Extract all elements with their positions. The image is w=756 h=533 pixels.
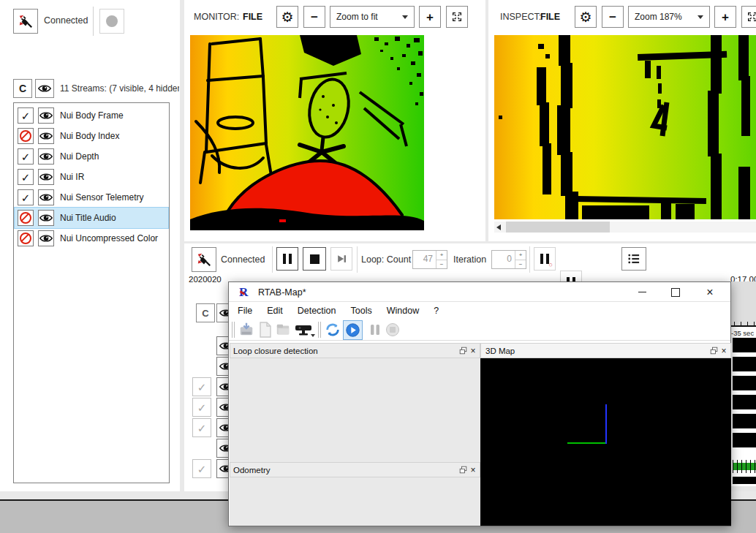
monitor-title: MONITOR:: [194, 12, 239, 22]
play-button[interactable]: [343, 320, 363, 340]
menu-edit[interactable]: Edit: [260, 303, 290, 318]
stream-enabled-checkbox[interactable]: ✓: [192, 459, 211, 478]
stream-enabled-checkbox[interactable]: ✓: [18, 189, 34, 205]
loop-closure-dock-header[interactable]: Loop closure detection ×: [230, 343, 480, 358]
menu-help[interactable]: ?: [426, 303, 446, 318]
timeline-track-bar[interactable]: [733, 338, 756, 352]
monitor-source: FILE: [243, 12, 262, 22]
clear-streams-button[interactable]: C: [13, 79, 32, 98]
stream-row-selected[interactable]: Nui Title Audio: [15, 208, 168, 228]
float-dock-button[interactable]: [458, 465, 468, 475]
save-icon: [238, 322, 254, 338]
float-dock-button[interactable]: [708, 346, 719, 356]
odometry-dock-header[interactable]: Odometry ×: [230, 462, 480, 477]
monitor-settings-button[interactable]: ⚙: [276, 6, 298, 28]
scrollbar-thumb[interactable]: [506, 222, 610, 233]
spin-up-button[interactable]: +: [436, 251, 447, 260]
inspect-fullscreen-button[interactable]: [741, 6, 756, 28]
inspect-depth-image[interactable]: [494, 35, 756, 219]
menu-file[interactable]: File: [230, 303, 260, 318]
odometry-view[interactable]: [230, 477, 480, 526]
float-dock-button[interactable]: [458, 346, 468, 356]
monitor-fullscreen-button[interactable]: [446, 6, 468, 28]
stream-enabled-checkbox[interactable]: ✓: [18, 107, 34, 124]
stop-button[interactable]: [303, 247, 326, 271]
stream-enabled-checkbox[interactable]: ✓: [192, 418, 211, 437]
step-forward-button[interactable]: [330, 247, 352, 271]
map3d-dock-header[interactable]: 3D Map ×: [480, 343, 731, 358]
inspect-zoom-out-button[interactable]: −: [602, 6, 624, 28]
menu-detection[interactable]: Detection: [290, 303, 344, 318]
stream-enabled-checkbox[interactable]: [18, 128, 34, 144]
record-button[interactable]: [99, 9, 124, 34]
rtab-title-bar[interactable]: R RTAB-Map* ×: [229, 282, 730, 302]
record-icon: [106, 15, 118, 27]
stream-enabled-checkbox[interactable]: ✓: [18, 148, 34, 165]
timeline-track-bar[interactable]: [733, 477, 756, 484]
spin-up-button[interactable]: +: [515, 251, 526, 260]
menu-tools[interactable]: Tools: [344, 303, 379, 318]
loop-closure-view[interactable]: [230, 358, 480, 462]
stream-row[interactable]: ✓ Nui IR: [15, 167, 168, 187]
spin-down-button[interactable]: −: [515, 260, 526, 269]
refresh-button[interactable]: [324, 321, 341, 339]
new-file-button[interactable]: [257, 321, 274, 339]
monitor-zoom-out-button[interactable]: −: [303, 6, 325, 28]
close-dock-button[interactable]: ×: [468, 346, 478, 356]
spin-down-button[interactable]: −: [436, 260, 447, 269]
save-button[interactable]: [238, 321, 255, 339]
close-button[interactable]: ×: [697, 282, 723, 302]
stream-enabled-checkbox[interactable]: ✓: [192, 398, 211, 417]
stream-visibility-button[interactable]: [38, 210, 54, 226]
monitor-depth-image[interactable]: [190, 35, 424, 230]
loop-count-spinner[interactable]: 47 +−: [412, 250, 447, 269]
monitor-zoom-select[interactable]: Zoom to fit: [330, 6, 415, 28]
toolbar-grip[interactable]: [318, 322, 321, 338]
rtab-stop-button[interactable]: [384, 321, 401, 339]
timeline-track-bar[interactable]: [733, 357, 756, 371]
connect-button[interactable]: [13, 9, 38, 34]
stream-row[interactable]: ✓ Nui Sensor Telemetry: [15, 187, 168, 208]
timeline-strip[interactable]: -35 sec: [730, 281, 756, 491]
timeline-list-button[interactable]: [621, 247, 646, 271]
maximize-button[interactable]: [663, 282, 688, 302]
close-dock-button[interactable]: ×: [468, 465, 478, 475]
stream-visibility-button[interactable]: [38, 230, 54, 246]
stream-enabled-checkbox[interactable]: [18, 230, 34, 246]
timeline-track-bar[interactable]: [733, 376, 756, 390]
sensor-source-button[interactable]: [293, 321, 314, 339]
stream-visibility-button[interactable]: [38, 128, 54, 144]
toolbar-grip[interactable]: [232, 322, 235, 338]
minimize-button[interactable]: [630, 282, 654, 302]
iteration-spinner[interactable]: 0 +−: [491, 250, 526, 269]
open-button[interactable]: [274, 321, 292, 339]
inspect-zoom-in-button[interactable]: +: [714, 6, 736, 28]
stream-enabled-checkbox[interactable]: [18, 210, 34, 226]
timeline-track-bar[interactable]: [733, 433, 756, 447]
timeline-track-bar[interactable]: [733, 395, 756, 409]
rtab-pause-button[interactable]: [366, 321, 384, 339]
stream-enabled-checkbox[interactable]: ✓: [18, 169, 34, 185]
stream-row[interactable]: Nui Body Index: [15, 126, 168, 146]
inspect-hscrollbar[interactable]: [494, 222, 756, 233]
stream-visibility-button[interactable]: [38, 189, 54, 205]
stream-enabled-checkbox[interactable]: ✓: [192, 377, 211, 396]
stream-row[interactable]: ✓ Nui Body Frame: [15, 105, 168, 126]
stream-visibility-button[interactable]: [38, 169, 54, 185]
scroll-left-arrow-icon[interactable]: [496, 224, 501, 230]
stream-row[interactable]: ✓ Nui Depth: [15, 146, 168, 167]
timeline-audio-track[interactable]: [733, 460, 756, 473]
stream-row[interactable]: Nui Uncompressed Color: [15, 228, 168, 249]
monitor-zoom-in-button[interactable]: +: [419, 6, 441, 28]
menu-window[interactable]: Window: [379, 303, 426, 318]
inspect-settings-button[interactable]: ⚙: [575, 6, 597, 28]
pause-button[interactable]: [276, 247, 298, 271]
stream-visibility-button[interactable]: [38, 148, 54, 165]
map3d-view[interactable]: [480, 358, 731, 526]
breakpoint-enable-button[interactable]: ○: [534, 247, 556, 271]
stream-visibility-button[interactable]: [38, 107, 54, 124]
inspect-zoom-select[interactable]: Zoom 187%: [628, 6, 710, 28]
toggle-visibility-button[interactable]: [35, 79, 54, 98]
timeline-track-bar[interactable]: [733, 414, 756, 428]
close-dock-button[interactable]: ×: [719, 346, 729, 356]
